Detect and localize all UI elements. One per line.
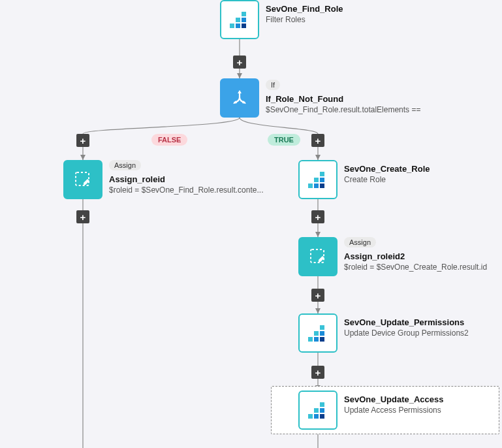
assign-icon [63, 160, 102, 199]
svg-marker-14 [238, 90, 242, 93]
branch-label-false: FALSE [151, 134, 187, 146]
add-step-button[interactable]: + [311, 210, 324, 223]
sevone-icon [298, 313, 337, 353]
node-title: If_Role_Not_Found [266, 94, 420, 104]
branch-label-true: TRUE [268, 134, 300, 146]
node-update-permissions[interactable]: SevOne_Update_Permissions Update Device … [298, 313, 469, 353]
svg-marker-10 [315, 308, 321, 313]
node-create-role[interactable]: SevOne_Create_Role Create Role [298, 160, 430, 199]
node-type-badge: Assign [109, 160, 141, 170]
add-step-button[interactable]: + [76, 134, 89, 147]
node-update-access[interactable]: SevOne_Update_Access Update Access Permi… [298, 391, 443, 430]
node-subtitle: $roleid = $SevOne_Find_Role.result.conte… [109, 185, 263, 195]
assign-icon [298, 237, 337, 276]
sevone-icon [298, 391, 337, 430]
svg-marker-1 [237, 73, 242, 78]
node-title: SevOne_Create_Role [344, 164, 430, 174]
add-step-button[interactable]: + [76, 210, 89, 223]
node-if-role-not-found[interactable]: If If_Role_Not_Found $SevOne_Find_Role.r… [220, 78, 420, 118]
add-step-button[interactable]: + [311, 289, 324, 302]
node-subtitle: Create Role [344, 175, 430, 184]
node-find-role[interactable]: SevOne_Find_Role Filter Roles [220, 0, 343, 39]
node-title: Assign_roleid [109, 174, 263, 184]
node-title: SevOne_Update_Access [344, 394, 443, 404]
node-assign-roleid2[interactable]: Assign Assign_roleid2 $roleid = $SevOne_… [298, 237, 487, 276]
workflow-canvas[interactable]: SevOne_Find_Role Filter Roles + If If_Ro… [0, 0, 502, 448]
svg-marker-8 [315, 232, 321, 237]
branch-icon [220, 78, 259, 118]
sevone-icon [220, 0, 259, 39]
node-subtitle: $roleid = $SevOne_Create_Role.result.id [344, 263, 487, 272]
add-step-button[interactable]: + [311, 366, 324, 379]
node-title: SevOne_Update_Permissions [344, 317, 469, 327]
add-step-button[interactable]: + [311, 134, 324, 147]
node-type-badge: Assign [344, 237, 376, 248]
node-assign-roleid[interactable]: Assign Assign_roleid $roleid = $SevOne_F… [63, 160, 263, 199]
sevone-icon [298, 160, 337, 199]
svg-marker-3 [80, 155, 86, 160]
node-subtitle: Filter Roles [266, 15, 343, 24]
add-step-button[interactable]: + [233, 56, 246, 69]
node-subtitle: Update Access Permissions [344, 406, 443, 415]
node-subtitle: $SevOne_Find_Role.result.totalElements =… [266, 105, 420, 114]
node-title: Assign_roleid2 [344, 251, 487, 261]
node-title: SevOne_Find_Role [266, 4, 343, 14]
connectors [0, 0, 502, 448]
svg-marker-5 [315, 155, 321, 160]
node-type-badge: If [266, 80, 280, 90]
node-subtitle: Update Device Group Permissions2 [344, 328, 469, 338]
